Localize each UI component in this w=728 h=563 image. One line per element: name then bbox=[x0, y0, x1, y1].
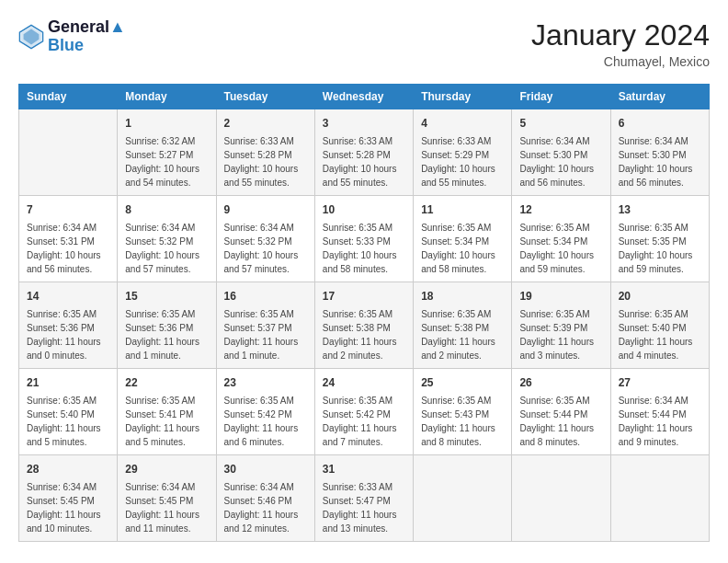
logo-text-blue: Blue bbox=[48, 37, 126, 55]
cell-content: Sunrise: 6:34 AMSunset: 5:32 PMDaylight:… bbox=[224, 221, 307, 276]
calendar-cell: 3Sunrise: 6:33 AMSunset: 5:28 PMDaylight… bbox=[314, 109, 413, 196]
calendar-cell: 20Sunrise: 6:35 AMSunset: 5:40 PMDayligh… bbox=[610, 282, 709, 369]
day-number: 15 bbox=[125, 288, 208, 304]
cell-content: Sunrise: 6:34 AMSunset: 5:46 PMDaylight:… bbox=[224, 480, 307, 535]
calendar-cell: 26Sunrise: 6:35 AMSunset: 5:44 PMDayligh… bbox=[512, 369, 610, 455]
calendar-cell bbox=[610, 455, 709, 542]
calendar-cell: 24Sunrise: 6:35 AMSunset: 5:42 PMDayligh… bbox=[314, 369, 413, 455]
day-number: 9 bbox=[224, 201, 307, 218]
cell-content: Sunrise: 6:34 AMSunset: 5:30 PMDaylight:… bbox=[619, 134, 701, 190]
cell-content: Sunrise: 6:33 AMSunset: 5:47 PMDaylight:… bbox=[323, 480, 405, 535]
day-header-saturday: Saturday bbox=[610, 85, 709, 109]
day-number: 4 bbox=[421, 115, 504, 132]
day-number: 22 bbox=[125, 374, 208, 391]
day-number: 25 bbox=[421, 374, 504, 391]
cell-content: Sunrise: 6:35 AMSunset: 5:33 PMDaylight:… bbox=[323, 221, 405, 276]
day-header-monday: Monday bbox=[118, 85, 216, 109]
day-number: 29 bbox=[125, 461, 208, 477]
day-number: 12 bbox=[519, 201, 602, 218]
cell-content: Sunrise: 6:34 AMSunset: 5:45 PMDaylight:… bbox=[27, 480, 109, 535]
cell-content: Sunrise: 6:35 AMSunset: 5:36 PMDaylight:… bbox=[125, 307, 208, 362]
calendar-cell: 16Sunrise: 6:35 AMSunset: 5:37 PMDayligh… bbox=[216, 282, 314, 369]
week-row-2: 7Sunrise: 6:34 AMSunset: 5:31 PMDaylight… bbox=[19, 196, 710, 282]
week-row-5: 28Sunrise: 6:34 AMSunset: 5:45 PMDayligh… bbox=[19, 455, 710, 542]
calendar-cell: 23Sunrise: 6:35 AMSunset: 5:42 PMDayligh… bbox=[216, 369, 314, 455]
day-number: 1 bbox=[125, 115, 208, 132]
cell-content: Sunrise: 6:35 AMSunset: 5:42 PMDaylight:… bbox=[224, 394, 307, 449]
calendar-cell: 27Sunrise: 6:34 AMSunset: 5:44 PMDayligh… bbox=[610, 369, 709, 455]
day-number: 16 bbox=[224, 288, 307, 304]
day-number: 31 bbox=[323, 461, 405, 477]
cell-content: Sunrise: 6:35 AMSunset: 5:40 PMDaylight:… bbox=[27, 394, 109, 449]
calendar-cell: 19Sunrise: 6:35 AMSunset: 5:39 PMDayligh… bbox=[512, 282, 610, 369]
day-number: 14 bbox=[27, 288, 109, 304]
cell-content: Sunrise: 6:35 AMSunset: 5:40 PMDaylight:… bbox=[619, 307, 701, 362]
header-row: SundayMondayTuesdayWednesdayThursdayFrid… bbox=[19, 85, 710, 109]
day-number: 20 bbox=[619, 288, 701, 304]
logo: General▲ Blue bbox=[18, 18, 126, 55]
month-title: January 2024 bbox=[531, 18, 710, 52]
calendar-cell bbox=[414, 455, 512, 542]
week-row-3: 14Sunrise: 6:35 AMSunset: 5:36 PMDayligh… bbox=[19, 282, 710, 369]
cell-content: Sunrise: 6:33 AMSunset: 5:28 PMDaylight:… bbox=[323, 134, 405, 190]
title-block: January 2024 Chumayel, Mexico bbox=[531, 18, 710, 69]
calendar-cell: 21Sunrise: 6:35 AMSunset: 5:40 PMDayligh… bbox=[19, 369, 118, 455]
cell-content: Sunrise: 6:35 AMSunset: 5:34 PMDaylight:… bbox=[421, 221, 504, 276]
calendar-cell bbox=[19, 109, 118, 196]
cell-content: Sunrise: 6:35 AMSunset: 5:35 PMDaylight:… bbox=[619, 221, 701, 276]
calendar-cell: 9Sunrise: 6:34 AMSunset: 5:32 PMDaylight… bbox=[216, 196, 314, 282]
location: Chumayel, Mexico bbox=[531, 54, 710, 69]
calendar-cell: 4Sunrise: 6:33 AMSunset: 5:29 PMDaylight… bbox=[414, 109, 512, 196]
calendar-cell: 14Sunrise: 6:35 AMSunset: 5:36 PMDayligh… bbox=[19, 282, 118, 369]
cell-content: Sunrise: 6:34 AMSunset: 5:32 PMDaylight:… bbox=[125, 221, 208, 276]
day-number: 26 bbox=[519, 374, 602, 391]
day-number: 10 bbox=[323, 201, 405, 218]
cell-content: Sunrise: 6:35 AMSunset: 5:38 PMDaylight:… bbox=[421, 307, 504, 362]
day-number: 11 bbox=[421, 201, 504, 218]
calendar-cell: 25Sunrise: 6:35 AMSunset: 5:43 PMDayligh… bbox=[414, 369, 512, 455]
day-number: 27 bbox=[619, 374, 701, 391]
calendar-cell: 18Sunrise: 6:35 AMSunset: 5:38 PMDayligh… bbox=[414, 282, 512, 369]
logo-text-general: General▲ bbox=[48, 18, 126, 37]
day-header-thursday: Thursday bbox=[414, 85, 512, 109]
cell-content: Sunrise: 6:33 AMSunset: 5:29 PMDaylight:… bbox=[421, 134, 504, 190]
week-row-4: 21Sunrise: 6:35 AMSunset: 5:40 PMDayligh… bbox=[19, 369, 710, 455]
calendar-cell: 15Sunrise: 6:35 AMSunset: 5:36 PMDayligh… bbox=[118, 282, 216, 369]
calendar-cell: 12Sunrise: 6:35 AMSunset: 5:34 PMDayligh… bbox=[512, 196, 610, 282]
calendar-cell bbox=[512, 455, 610, 542]
day-number: 21 bbox=[27, 374, 109, 391]
cell-content: Sunrise: 6:35 AMSunset: 5:44 PMDaylight:… bbox=[519, 394, 602, 449]
day-number: 30 bbox=[224, 461, 307, 477]
logo-icon bbox=[18, 24, 44, 50]
cell-content: Sunrise: 6:35 AMSunset: 5:36 PMDaylight:… bbox=[27, 307, 109, 362]
calendar-cell: 29Sunrise: 6:34 AMSunset: 5:45 PMDayligh… bbox=[118, 455, 216, 542]
calendar-cell: 13Sunrise: 6:35 AMSunset: 5:35 PMDayligh… bbox=[610, 196, 709, 282]
calendar-cell: 22Sunrise: 6:35 AMSunset: 5:41 PMDayligh… bbox=[118, 369, 216, 455]
day-number: 23 bbox=[224, 374, 307, 391]
calendar-cell: 31Sunrise: 6:33 AMSunset: 5:47 PMDayligh… bbox=[314, 455, 413, 542]
cell-content: Sunrise: 6:35 AMSunset: 5:42 PMDaylight:… bbox=[323, 394, 405, 449]
day-number: 5 bbox=[519, 115, 602, 132]
cell-content: Sunrise: 6:34 AMSunset: 5:30 PMDaylight:… bbox=[519, 134, 602, 190]
calendar-cell: 30Sunrise: 6:34 AMSunset: 5:46 PMDayligh… bbox=[216, 455, 314, 542]
cell-content: Sunrise: 6:35 AMSunset: 5:34 PMDaylight:… bbox=[519, 221, 602, 276]
cell-content: Sunrise: 6:34 AMSunset: 5:45 PMDaylight:… bbox=[125, 480, 208, 535]
cell-content: Sunrise: 6:34 AMSunset: 5:44 PMDaylight:… bbox=[619, 394, 701, 449]
calendar-cell: 2Sunrise: 6:33 AMSunset: 5:28 PMDaylight… bbox=[216, 109, 314, 196]
page-header: General▲ Blue January 2024 Chumayel, Mex… bbox=[18, 18, 710, 69]
day-number: 6 bbox=[619, 115, 701, 132]
cell-content: Sunrise: 6:32 AMSunset: 5:27 PMDaylight:… bbox=[125, 134, 208, 190]
calendar-cell: 7Sunrise: 6:34 AMSunset: 5:31 PMDaylight… bbox=[19, 196, 118, 282]
cell-content: Sunrise: 6:35 AMSunset: 5:39 PMDaylight:… bbox=[519, 307, 602, 362]
day-number: 7 bbox=[27, 201, 109, 218]
day-number: 2 bbox=[224, 115, 307, 132]
calendar-cell: 1Sunrise: 6:32 AMSunset: 5:27 PMDaylight… bbox=[118, 109, 216, 196]
day-number: 8 bbox=[125, 201, 208, 218]
calendar-cell: 11Sunrise: 6:35 AMSunset: 5:34 PMDayligh… bbox=[414, 196, 512, 282]
day-number: 24 bbox=[323, 374, 405, 391]
day-header-sunday: Sunday bbox=[19, 85, 118, 109]
cell-content: Sunrise: 6:34 AMSunset: 5:31 PMDaylight:… bbox=[27, 221, 109, 276]
day-number: 17 bbox=[323, 288, 405, 304]
day-header-wednesday: Wednesday bbox=[314, 85, 413, 109]
day-number: 13 bbox=[619, 201, 701, 218]
